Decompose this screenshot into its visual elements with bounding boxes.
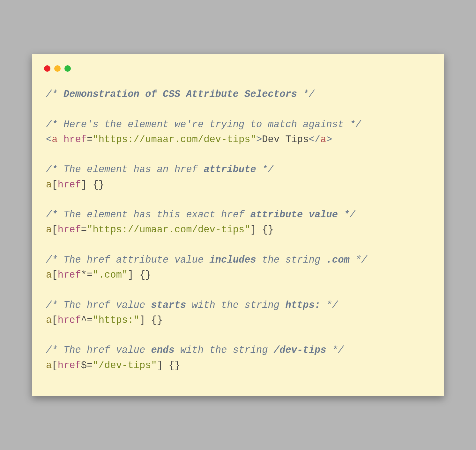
comment-ends-with: /* The href value ends with the string /…: [46, 345, 344, 356]
selector-ends-with: a[href$="/dev-tips"] {}: [46, 360, 180, 371]
code-window: /* Demonstration of CSS Attribute Select…: [32, 54, 444, 396]
comment-has-attribute: /* The element has an href attribute */: [46, 164, 274, 175]
comment-exact-value: /* The element has this exact href attri…: [46, 209, 355, 220]
selector-exact-value: a[href="https://umaar.com/dev-tips"] {}: [46, 224, 274, 235]
close-icon[interactable]: [44, 65, 50, 72]
html-example: <a href="https://umaar.com/dev-tips">Dev…: [46, 134, 332, 145]
comment-starts-with: /* The href value starts with the string…: [46, 300, 338, 311]
comment-includes: /* The href attribute value includes the…: [46, 255, 367, 265]
maximize-icon[interactable]: [64, 65, 71, 72]
minimize-icon[interactable]: [54, 65, 61, 72]
comment-example: /* Here's the element we're trying to ma…: [46, 119, 361, 130]
selector-has-attribute: a[href] {}: [46, 179, 104, 190]
selector-starts-with: a[href^="https:"] {}: [46, 315, 163, 326]
comment-title: /* Demonstration of CSS Attribute Select…: [46, 89, 315, 100]
window-traffic-lights: [44, 65, 430, 72]
code-block: /* Demonstration of CSS Attribute Select…: [46, 87, 430, 373]
selector-includes: a[href*=".com"] {}: [46, 270, 151, 280]
